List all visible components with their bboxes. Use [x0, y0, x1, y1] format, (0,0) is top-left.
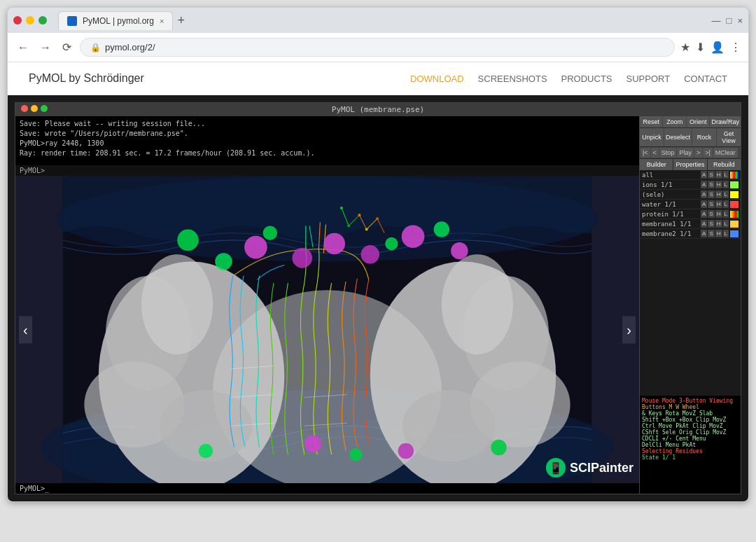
- pymol-left-panel: Save: Please wait -- writing session fil…: [15, 116, 639, 494]
- next-state-btn[interactable]: >|: [703, 148, 713, 158]
- info-line-4: Shift +Box +Box Clip MovZ: [642, 417, 738, 423]
- obj-water-a[interactable]: A: [701, 200, 707, 208]
- nav-screenshots[interactable]: SCREENSHOTS: [478, 74, 547, 84]
- builder-button[interactable]: Builder: [640, 159, 673, 170]
- obj-all-color: [730, 172, 738, 179]
- url-text: pymol.org/2/: [105, 42, 155, 53]
- obj-ions-a[interactable]: A: [701, 181, 707, 188]
- obj-membrane1-l[interactable]: L: [723, 220, 729, 228]
- obj-ions-l[interactable]: L: [723, 181, 729, 188]
- obj-membrane2-a[interactable]: A: [701, 230, 707, 237]
- obj-membrane2-s[interactable]: S: [708, 230, 714, 237]
- obj-sele-s[interactable]: S: [708, 190, 714, 198]
- download-indicator[interactable]: ⬇: [696, 41, 705, 54]
- svg-point-25: [292, 248, 312, 268]
- title-bar: PyMOL | pymol.org × + — □ ×: [8, 8, 748, 33]
- bookmark-button[interactable]: ★: [680, 41, 690, 54]
- pymol-prev-button[interactable]: ‹: [19, 316, 32, 343]
- pymol-body: Save: Please wait -- writing session fil…: [15, 116, 741, 494]
- prev-state-btn[interactable]: |<: [640, 148, 650, 158]
- obj-all: all A S H L: [640, 170, 741, 180]
- forward-button[interactable]: →: [37, 39, 54, 57]
- obj-membrane2-h[interactable]: H: [715, 230, 722, 237]
- svg-point-26: [323, 233, 345, 255]
- orient-button[interactable]: Orient: [687, 116, 710, 127]
- menu-button[interactable]: ⋮: [730, 41, 741, 54]
- deselect-button[interactable]: Deselect: [664, 128, 692, 146]
- obj-membrane1-a[interactable]: A: [701, 220, 707, 228]
- step-fwd-btn[interactable]: >: [694, 148, 702, 158]
- obj-protein-name: protein 1/1: [642, 211, 701, 218]
- obj-sele-a[interactable]: A: [701, 190, 707, 198]
- svg-point-28: [402, 225, 425, 248]
- properties-button[interactable]: Properties: [673, 159, 706, 170]
- obj-water-color: [730, 201, 738, 208]
- obj-ions-h[interactable]: H: [715, 181, 722, 188]
- obj-all-a[interactable]: A: [701, 171, 707, 179]
- site-nav: DOWNLOAD SCREENSHOTS PRODUCTS SUPPORT CO…: [410, 74, 727, 84]
- watermark-text: SCIPainter: [570, 461, 634, 475]
- nav-download[interactable]: DOWNLOAD: [410, 74, 464, 84]
- reset-button[interactable]: Reset: [640, 116, 662, 127]
- obj-sele-h[interactable]: H: [715, 190, 722, 198]
- url-bar[interactable]: 🔒 pymol.org/2/: [80, 38, 675, 57]
- pymol-toolbar-row4: Builder Properties Rebuild: [640, 159, 741, 170]
- stop-btn[interactable]: Stop: [659, 148, 677, 158]
- close-button[interactable]: [13, 16, 22, 25]
- obj-membrane2-l[interactable]: L: [723, 230, 729, 237]
- mclear-btn[interactable]: MClear: [713, 148, 738, 158]
- obj-protein-s[interactable]: S: [708, 210, 714, 218]
- pymol-next-button[interactable]: ›: [622, 316, 636, 343]
- rock-button[interactable]: Rock: [692, 128, 716, 146]
- obj-water-h[interactable]: H: [715, 200, 722, 208]
- obj-membrane1-name: membrane1 1/1: [642, 221, 701, 228]
- win-close-btn[interactable]: ×: [737, 15, 743, 26]
- obj-protein-h[interactable]: H: [715, 210, 722, 218]
- minimize-button[interactable]: [26, 16, 34, 25]
- obj-ions-name: ions 1/1: [642, 181, 701, 188]
- nav-support[interactable]: SUPPORT: [626, 74, 671, 84]
- nav-contact[interactable]: CONTACT: [684, 74, 727, 84]
- svg-point-32: [199, 444, 213, 458]
- nav-products[interactable]: PRODUCTS: [561, 74, 612, 84]
- unpick-button[interactable]: Unpick: [640, 128, 664, 146]
- obj-all-s[interactable]: S: [708, 171, 714, 179]
- reload-button[interactable]: ⟳: [59, 38, 74, 57]
- maximize-button[interactable]: [38, 16, 47, 25]
- play-btn[interactable]: Play: [677, 148, 694, 158]
- win-maximize-btn[interactable]: □: [727, 15, 732, 26]
- new-tab-button[interactable]: +: [173, 13, 189, 28]
- profile-button[interactable]: 👤: [710, 41, 724, 54]
- address-bar: ← → ⟳ 🔒 pymol.org/2/ ★ ⬇ 👤 ⋮: [8, 33, 748, 62]
- active-tab[interactable]: PyMOL | pymol.org ×: [58, 11, 173, 30]
- rebuild-button[interactable]: Rebuild: [708, 159, 741, 170]
- obj-all-name: all: [642, 172, 701, 179]
- obj-water-l[interactable]: L: [723, 200, 729, 208]
- svg-point-11: [442, 254, 513, 354]
- zoom-button[interactable]: Zoom: [663, 116, 686, 127]
- obj-all-h[interactable]: H: [715, 171, 722, 179]
- obj-membrane1-h[interactable]: H: [715, 220, 722, 228]
- obj-protein-l[interactable]: L: [723, 210, 729, 218]
- obj-membrane1-s[interactable]: S: [708, 220, 714, 228]
- get-view-button[interactable]: Get View: [717, 128, 741, 146]
- website: PyMOL by Schrödinger DOWNLOAD SCREENSHOT…: [8, 62, 748, 501]
- svg-point-39: [340, 207, 343, 209]
- back-button[interactable]: ←: [15, 39, 31, 57]
- obj-all-l[interactable]: L: [723, 171, 729, 179]
- obj-sele-l[interactable]: L: [723, 190, 729, 198]
- obj-ions-btns: A S H L: [701, 181, 729, 188]
- obj-water: water 1/1 A S H L: [640, 200, 741, 209]
- svg-point-21: [385, 237, 398, 250]
- obj-ions-s[interactable]: S: [708, 181, 714, 188]
- win-minimize-btn[interactable]: —: [712, 15, 721, 26]
- draw-ray-button[interactable]: Draw/Ray: [710, 116, 741, 127]
- tab-close-button[interactable]: ×: [160, 17, 164, 25]
- obj-protein-a[interactable]: A: [701, 210, 707, 218]
- obj-membrane1-btns: A S H L: [701, 220, 729, 228]
- console-line-4: Ray: render time: 208.91 sec. = 17.2 fra…: [20, 148, 635, 158]
- pymol-cmdline[interactable]: PyMOL>_: [15, 483, 639, 494]
- step-back-btn[interactable]: <: [651, 148, 659, 158]
- obj-water-s[interactable]: S: [708, 200, 714, 208]
- svg-point-43: [376, 217, 379, 220]
